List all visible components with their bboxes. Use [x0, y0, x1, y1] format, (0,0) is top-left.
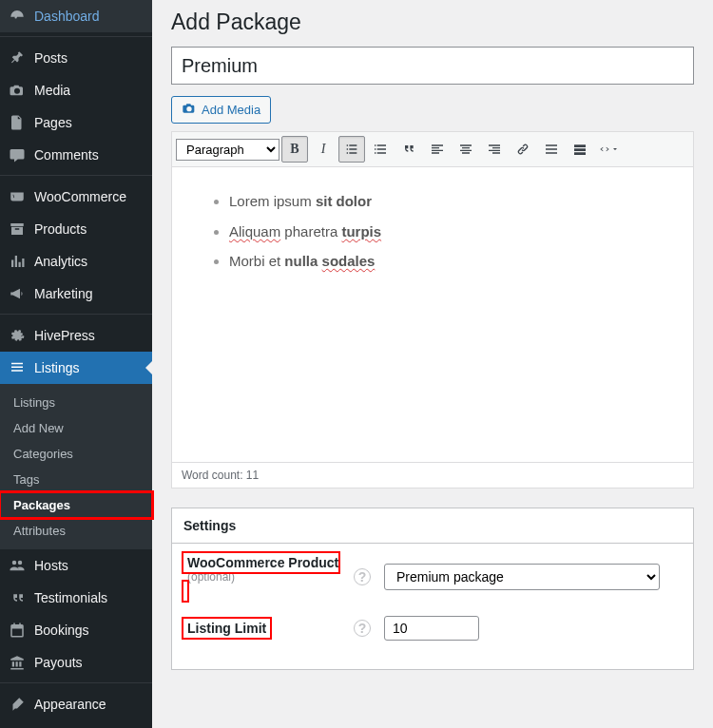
align-center-button[interactable] [453, 136, 479, 163]
woo-product-select[interactable]: Premium package [384, 564, 660, 590]
list-icon [8, 358, 27, 377]
menu-separator [0, 171, 152, 176]
editor-bullet: Lorem ipsum sit dolor [229, 186, 665, 217]
editor: Paragraph B I Lorem ipsum sit dolorAliqu… [171, 131, 694, 489]
camera-icon [182, 101, 197, 119]
sidebar-item-payouts[interactable]: Payouts [0, 646, 152, 679]
main-content: Add Package Add Media Paragraph B I Lore… [152, 0, 713, 728]
sidebar-item-bookings[interactable]: Bookings [0, 614, 152, 646]
help-icon[interactable]: ? [354, 620, 371, 637]
numbered-list-button[interactable] [367, 136, 394, 163]
submenu-listings: ListingsAdd NewCategoriesTagsPackagesAtt… [0, 384, 152, 549]
listing-limit-input[interactable] [384, 616, 479, 641]
editor-word-count: Word count: 11 [172, 462, 693, 488]
bars-icon [8, 252, 27, 271]
align-left-button[interactable] [424, 136, 451, 163]
blockquote-button[interactable] [395, 136, 422, 163]
sidebar-item-label: Hosts [34, 558, 68, 573]
sidebar-item-label: Analytics [34, 254, 87, 269]
sidebar-item-label: Appearance [34, 697, 106, 712]
camera-icon [8, 81, 27, 100]
page-title: Add Package [171, 10, 694, 35]
sidebar-item-woocommerce[interactable]: WooCommerce [0, 181, 152, 213]
align-right-button[interactable] [481, 136, 508, 163]
submenu-item-categories[interactable]: Categories [0, 441, 152, 467]
quote-icon [8, 588, 27, 607]
settings-row-woo-product: WooCommerce Product (optional) ? Premium… [183, 555, 682, 599]
title-input[interactable] [171, 47, 694, 85]
add-media-label: Add Media [202, 103, 260, 117]
menu-separator [0, 310, 152, 315]
submenu-item-tags[interactable]: Tags [0, 467, 152, 492]
sidebar-item-label: Comments [34, 147, 99, 163]
sidebar-item-comments[interactable]: Comments [0, 139, 152, 171]
sidebar-item-hosts[interactable]: Hosts [0, 549, 152, 582]
sidebar-item-posts[interactable]: Posts [0, 42, 152, 74]
gears-icon [8, 326, 27, 345]
sidebar-item-label: Payouts [34, 655, 83, 670]
page-icon [8, 113, 27, 132]
read-more-button[interactable] [538, 136, 565, 163]
bullet-list-button[interactable] [338, 136, 365, 163]
archive-icon [8, 220, 27, 239]
menu-separator [0, 679, 152, 683]
sidebar-item-label: Pages [34, 115, 72, 130]
sidebar-item-media[interactable]: Media [0, 74, 152, 106]
sidebar-item-products[interactable]: Products [0, 213, 152, 245]
sidebar-item-label: Products [34, 221, 87, 237]
editor-toolbar: Paragraph B I [172, 132, 693, 167]
menu-separator [0, 32, 152, 37]
sidebar-item-label: Posts [34, 50, 67, 66]
format-select[interactable]: Paragraph [176, 139, 279, 161]
sidebar-item-label: Marketing [34, 286, 92, 301]
sidebar-item-listings[interactable]: Listings [0, 352, 152, 384]
sidebar-item-label: Media [34, 83, 70, 98]
listing-limit-label: Listing Limit [183, 619, 270, 638]
code-button[interactable] [595, 136, 622, 163]
sidebar-item-label: Testimonials [34, 590, 107, 605]
woo-product-label: WooCommerce Product (optional) [183, 553, 340, 601]
sidebar-item-pages[interactable]: Pages [0, 106, 152, 139]
bold-button[interactable]: B [281, 136, 308, 163]
sidebar-item-analytics[interactable]: Analytics [0, 245, 152, 278]
settings-row-listing-limit: Listing Limit ? [183, 616, 682, 641]
settings-title: Settings [172, 508, 693, 544]
italic-button[interactable]: I [310, 136, 337, 163]
sidebar-item-label: Bookings [34, 623, 89, 638]
submenu-item-listings[interactable]: Listings [0, 390, 152, 415]
gauge-icon [8, 7, 27, 26]
sidebar-item-label: Dashboard [34, 9, 100, 24]
sidebar-item-marketing[interactable]: Marketing [0, 278, 152, 310]
submenu-item-add-new[interactable]: Add New [0, 415, 152, 441]
settings-box: Settings WooCommerce Product (optional) … [171, 508, 694, 670]
admin-sidebar: DashboardPostsMediaPagesCommentsWooComme… [0, 0, 152, 728]
submenu-item-attributes[interactable]: Attributes [0, 518, 152, 544]
brush-icon [8, 695, 27, 714]
sidebar-item-hivepress[interactable]: HivePress [0, 319, 152, 352]
toolbar-toggle-button[interactable] [567, 136, 593, 163]
add-media-button[interactable]: Add Media [171, 96, 271, 124]
sidebar-item-dashboard[interactable]: Dashboard [0, 0, 152, 32]
link-button[interactable] [510, 136, 536, 163]
sidebar-item-label: HivePress [34, 328, 95, 343]
help-icon[interactable]: ? [354, 568, 371, 585]
submenu-item-packages[interactable]: Packages [0, 492, 152, 518]
sidebar-item-label: WooCommerce [34, 189, 126, 204]
pin-icon [8, 48, 27, 67]
sidebar-item-appearance[interactable]: Appearance [0, 688, 152, 720]
money-icon [8, 653, 27, 672]
sidebar-item-label: Listings [34, 360, 79, 375]
woo-icon [8, 187, 27, 206]
calendar-icon [8, 621, 27, 640]
editor-bullet: Morbi et nulla sodales [229, 246, 665, 277]
editor-bullet: Aliquam pharetra turpis [229, 217, 665, 247]
sidebar-item-testimonials[interactable]: Testimonials [0, 582, 152, 614]
users-icon [8, 556, 27, 575]
comment-icon [8, 145, 27, 164]
megaphone-icon [8, 284, 27, 303]
editor-content[interactable]: Lorem ipsum sit dolorAliquam pharetra tu… [172, 167, 693, 462]
